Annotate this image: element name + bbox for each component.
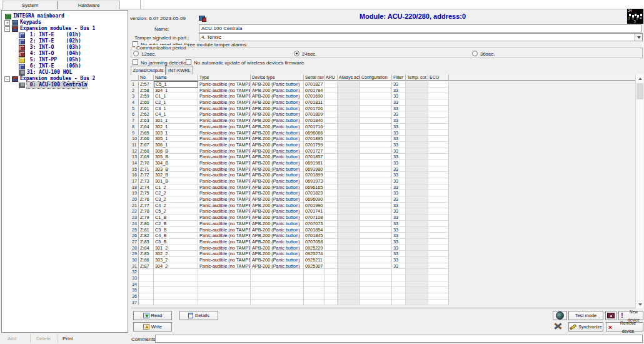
table-cell[interactable] [360,239,392,245]
row-number-cell[interactable]: 2 [131,88,139,94]
table-cell[interactable]: 304_1 [154,88,198,94]
table-cell[interactable]: Z:69 [139,154,154,160]
table-cell[interactable] [360,287,392,293]
table-cell[interactable] [338,172,360,178]
table-cell[interactable] [198,275,251,281]
table-cell[interactable] [338,81,360,88]
tree-item-label[interactable]: 6: INT-E (06h) [27,63,81,69]
table-cell[interactable]: Z:64 [139,124,154,130]
table-cell[interactable]: 33 [392,106,406,112]
table-cell[interactable] [251,275,304,281]
table-cell[interactable] [338,154,360,160]
table-cell[interactable] [406,257,428,263]
table-cell[interactable]: 303_B [154,166,198,173]
table-cell[interactable]: 302_B [154,172,198,178]
table-cell[interactable]: 0696066 [304,130,325,136]
row-number-cell[interactable]: 12 [131,148,139,154]
table-cell[interactable]: Z:81 [139,227,154,233]
table-cell[interactable] [338,281,360,288]
table-cell[interactable] [338,233,360,239]
table-cell[interactable]: 33 [392,190,406,196]
table-cell[interactable]: 0701741 [304,208,325,215]
table-cell[interactable]: Panic-audible (no TAMPER) [198,166,251,173]
table-cell[interactable] [428,160,449,166]
table-cell[interactable] [198,293,251,300]
row-number-cell[interactable]: 29 [131,251,139,257]
table-cell[interactable] [338,118,360,124]
table-cell[interactable] [325,142,338,148]
table-cell[interactable] [428,88,449,94]
table-cell[interactable] [406,166,428,173]
table-cell[interactable] [338,227,360,233]
table-cell[interactable]: Panic-audible (no TAMPER) [198,99,251,106]
table-cell[interactable] [360,166,392,173]
table-cell[interactable] [325,81,338,88]
table-cell[interactable] [428,203,449,209]
read-button[interactable]: Read [133,311,172,320]
row-number-cell[interactable]: 27 [131,239,139,245]
table-cell[interactable] [338,269,360,275]
table-cell[interactable]: APB-200 (Panic button) [251,245,304,251]
table-cell[interactable]: 306_1 [154,142,198,148]
radio-24sec[interactable] [294,51,299,56]
table-cell[interactable] [154,281,198,288]
table-cell[interactable]: 304_2 [154,263,198,270]
table-cell[interactable] [360,185,392,191]
row-number-cell[interactable]: 31 [131,263,139,270]
row-number-cell[interactable]: 30 [131,257,139,263]
table-cell[interactable] [428,118,449,124]
table-cell[interactable] [360,300,392,306]
table-cell[interactable] [406,251,428,257]
table-cell[interactable]: Z:70 [139,160,154,166]
table-cell[interactable]: Z:80 [139,221,154,227]
row-number-cell[interactable]: 13 [131,154,139,160]
table-cell[interactable]: 0696165 [304,185,325,191]
table-cell[interactable]: 304_B [154,160,198,166]
table-cell[interactable] [360,111,392,118]
table-cell[interactable] [406,208,428,215]
tree-item-label[interactable]: 2: INT-E (02h) [27,38,81,44]
table-cell[interactable] [406,130,428,136]
table-cell[interactable] [325,208,338,215]
row-number-cell[interactable]: 10 [131,136,139,142]
table-cell[interactable] [406,300,428,306]
table-cell[interactable] [428,251,449,257]
table-cell[interactable] [360,124,392,130]
table-cell[interactable]: APB-200 (Panic button) [251,130,304,136]
table-cell[interactable] [325,233,338,239]
table-cell[interactable] [406,111,428,118]
table-cell[interactable] [428,106,449,112]
table-cell[interactable]: 0925211 [304,257,325,263]
table-cell[interactable] [406,196,428,203]
table-cell[interactable] [360,263,392,270]
radio-12sec[interactable] [133,51,139,56]
table-cell[interactable]: 0707058 [304,239,325,245]
table-cell[interactable]: 33 [392,118,406,124]
table-cell[interactable]: 0701845 [304,233,325,239]
table-cell[interactable] [154,275,198,281]
table-cell[interactable] [325,154,338,160]
table-cell[interactable]: Z:72 [139,172,154,178]
table-cell[interactable] [428,293,449,300]
table-cell[interactable]: 0701895 [304,136,325,142]
table-cell[interactable] [338,136,360,142]
row-number-cell[interactable]: 8 [131,124,139,130]
table-cell[interactable] [325,227,338,233]
table-cell[interactable]: 0701823 [304,190,325,196]
table-cell[interactable] [406,203,428,209]
table-cell[interactable]: Panic-audible (no TAMPER) [198,245,251,251]
table-cell[interactable] [406,172,428,178]
vertical-scrollbar[interactable] [635,74,643,308]
table-cell[interactable]: 33 [392,154,406,160]
table-cell[interactable] [360,227,392,233]
table-cell[interactable]: 33 [392,172,406,178]
radio-36sec[interactable] [472,51,478,56]
table-cell[interactable] [428,130,449,136]
table-cell[interactable] [325,106,338,112]
tab-zones-outputs[interactable]: Zones/Outputs [131,66,166,75]
table-cell[interactable]: Panic-audible (no TAMPER) [198,178,251,185]
table-cell[interactable]: 33 [392,130,406,136]
row-number-cell[interactable]: 7 [131,118,139,124]
table-cell[interactable] [338,111,360,118]
table-cell[interactable]: 0707108 [304,215,325,221]
